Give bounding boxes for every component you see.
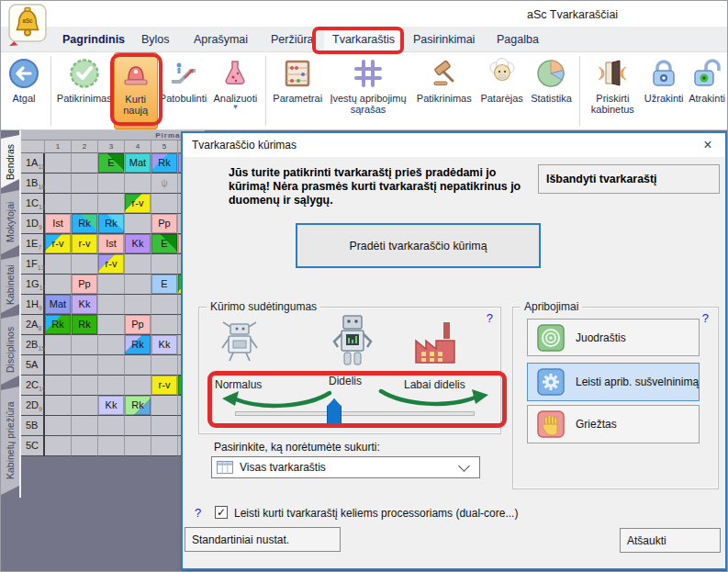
grid-cell-5c-3[interactable] — [98, 436, 125, 456]
grid-cell-1c-3[interactable] — [98, 194, 125, 214]
grid-cell-2b-3[interactable] — [98, 335, 125, 355]
grid-cell-2c-5[interactable]: r-v — [151, 376, 178, 396]
grid-cell-2d-2[interactable] — [72, 396, 98, 416]
grid-cell-1g-5[interactable]: E — [151, 275, 178, 295]
toolbar-button-statistika[interactable]: Statistika — [527, 52, 577, 129]
grid-cell-1h-3[interactable] — [98, 295, 125, 315]
toolbar-button-atgal[interactable]: Atgal — [1, 52, 47, 129]
grid-cell-1f-1[interactable] — [45, 254, 72, 275]
grid-cell-1h-1[interactable]: Mat — [45, 295, 72, 315]
grid-cell-1b-1[interactable] — [45, 174, 72, 194]
grid-cell-2a-3[interactable] — [98, 315, 125, 335]
grid-cell-2d-4[interactable]: Rk — [125, 396, 151, 416]
grid-cell-5a-2[interactable] — [72, 355, 98, 376]
sidebar-tab-bendras[interactable]: Bendras — [1, 135, 19, 188]
grid-cell-1a-2[interactable] — [72, 153, 98, 174]
row-header-2c[interactable]: 2C10 — [21, 376, 45, 396]
grid-cell-2d-5[interactable] — [151, 396, 178, 416]
grid-cell-1c-5[interactable] — [151, 194, 178, 214]
row-header-1b[interactable]: 1B16 — [21, 174, 45, 194]
toolbar-button-uzrakinti[interactable]: Užrakinti — [641, 52, 687, 129]
grid-cell-1e-5[interactable]: E — [151, 234, 178, 254]
grid-cell-1h-4[interactable] — [125, 295, 151, 315]
start-generation-button[interactable]: Pradėti tvarkaraščio kūrimą — [296, 223, 541, 268]
grid-cell-1f-5[interactable] — [151, 254, 178, 275]
grid-cell-1d-1[interactable]: Ist — [45, 214, 72, 234]
row-header-2d[interactable]: 2D9 — [21, 396, 45, 416]
toolbar-button-priskirti-kabinetus[interactable]: Priskirti kabinetus — [584, 52, 641, 129]
tab-pasirinkimai[interactable]: Pasirinkimai — [411, 27, 476, 52]
grid-cell-1d-4[interactable] — [125, 214, 151, 234]
grid-cell-2d-3[interactable]: Kk — [98, 396, 125, 416]
row-header-1c[interactable]: 1C13 — [21, 194, 45, 214]
constraint-option-juodrastis[interactable]: Juodraštis — [527, 319, 700, 356]
grid-cell-1c-2[interactable] — [72, 194, 98, 214]
tab-pagrindinis[interactable]: Pagrindinis — [61, 27, 127, 52]
grid-cell-2c-3[interactable] — [98, 376, 125, 396]
default-settings-button[interactable]: Standartiniai nustat. — [185, 527, 341, 552]
constraints-help-link[interactable]: ? — [702, 311, 709, 325]
test-timetable-button[interactable]: Išbandyti tvarkaraštį — [538, 164, 720, 194]
sidebar-tab-disciplinos[interactable]: Disciplinos — [1, 315, 19, 385]
grid-cell-5c-4[interactable] — [125, 436, 151, 456]
grid-cell-5b-2[interactable] — [72, 416, 98, 436]
toolbar-button-atrakinti[interactable]: Atrakinti — [687, 52, 727, 129]
grid-cell-5a-3[interactable] — [98, 355, 125, 376]
grid-cell-2a-1[interactable]: Rk — [45, 315, 72, 335]
grid-cell-2c-2[interactable] — [72, 376, 98, 396]
grid-cell-2c-4[interactable] — [125, 376, 151, 396]
close-icon[interactable]: × — [694, 133, 722, 157]
grid-cell-1e-1[interactable]: r-v — [45, 234, 72, 254]
grid-cell-2d-1[interactable] — [45, 396, 72, 416]
grid-cell-2b-5[interactable]: Kk — [151, 335, 178, 355]
grid-cell-1h-5[interactable] — [151, 295, 178, 315]
grid-cell-2a-5[interactable] — [151, 315, 178, 335]
grid-cell-1g-4[interactable] — [125, 275, 151, 295]
grid-cell-1e-4[interactable]: Kk — [125, 234, 151, 254]
grid-cell-1e-2[interactable]: r-v — [72, 234, 98, 254]
grid-cell-1c-1[interactable] — [45, 194, 72, 214]
multicore-help-link[interactable]: ? — [195, 506, 201, 520]
grid-cell-1c-4[interactable]: r-v — [125, 194, 151, 214]
grid-cell-2b-4[interactable]: Rk — [125, 335, 151, 355]
grid-cell-1d-2[interactable]: Rk — [72, 214, 98, 234]
grid-cell-2b-2[interactable] — [72, 335, 98, 355]
sidebar-tab-kabinetu-prieziura[interactable]: Kabinetų priežiūra — [1, 387, 19, 495]
tab-perziura[interactable]: Peržiūra — [269, 27, 316, 52]
grid-cell-2a-4[interactable]: Pp — [125, 315, 151, 335]
grid-cell-1f-3[interactable]: r-v — [98, 254, 125, 275]
cancel-button[interactable]: Atšaukti — [620, 528, 721, 553]
grid-cell-5a-5[interactable] — [151, 355, 178, 376]
row-header-2b[interactable]: 2B15 — [21, 335, 45, 355]
row-header-1g[interactable]: 1G13 — [21, 275, 45, 295]
grid-cell-5c-5[interactable] — [151, 436, 178, 456]
constraint-option-grieztas[interactable]: Griežtas — [527, 405, 700, 443]
toolbar-button-analizuoti[interactable]: Analizuoti▼ — [208, 52, 262, 129]
grid-cell-2b-1[interactable] — [45, 335, 72, 355]
grid-cell-1g-3[interactable] — [98, 275, 125, 295]
grid-cell-1d-3[interactable]: Rk — [98, 214, 125, 234]
grid-cell-1d-5[interactable]: Pp — [151, 214, 178, 234]
row-header-1d[interactable]: 1D9 — [21, 214, 45, 234]
grid-cell-1b-2[interactable] — [72, 174, 98, 194]
grid-cell-1f-2[interactable] — [72, 254, 98, 275]
grid-cell-5b-5[interactable] — [151, 416, 178, 436]
grid-cell-5b-1[interactable] — [45, 416, 72, 436]
row-header-1f[interactable]: 1F13 — [21, 254, 45, 275]
row-header-5b[interactable]: 5B — [21, 416, 45, 436]
grid-cell-1e-3[interactable]: Ist — [98, 234, 125, 254]
grid-cell-1g-2[interactable]: Pp — [72, 275, 98, 295]
row-header-2a[interactable]: 2A8 — [21, 315, 45, 335]
grid-cell-5b-3[interactable] — [98, 416, 125, 436]
row-header-1a[interactable]: 1A11 — [21, 153, 45, 174]
row-header-5c[interactable]: 5C — [21, 436, 45, 456]
grid-cell-5c-2[interactable] — [72, 436, 98, 456]
grid-cell-1h-2[interactable]: Kk — [72, 295, 98, 315]
grid-cell-1a-1[interactable] — [45, 153, 72, 174]
grid-cell-1b-4[interactable] — [125, 174, 151, 194]
grid-cell-1f-4[interactable] — [125, 254, 151, 275]
toolbar-button-patikrinimas-2[interactable]: Patikrinimas — [411, 52, 477, 129]
grid-cell-1a-4[interactable]: Mat — [125, 153, 151, 174]
multicore-checkbox[interactable]: ✓ — [215, 506, 228, 519]
grid-cell-1a-5[interactable]: Rk — [151, 153, 178, 174]
